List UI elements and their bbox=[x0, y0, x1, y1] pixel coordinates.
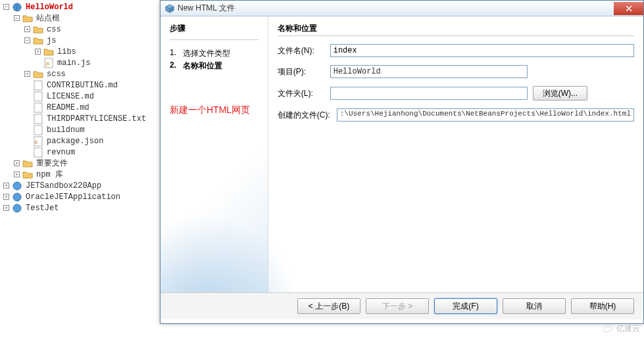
tree-file-contributing[interactable]: CONTRIBUTING.md bbox=[3, 79, 158, 91]
project-tree: − HelloWorld − 站点根 + css − js + libs js … bbox=[0, 0, 158, 213]
expand-icon[interactable]: + bbox=[3, 193, 10, 200]
form-panel: 名称和位置 文件名(N): 项目(P): 文件夹(L): 浏览(W)... 创建… bbox=[268, 16, 643, 292]
help-button[interactable]: 帮助(H) bbox=[571, 298, 634, 314]
step-label: 选择文件类型 bbox=[183, 48, 230, 59]
globe-icon bbox=[12, 181, 22, 191]
expand-icon[interactable]: + bbox=[3, 182, 10, 189]
next-button: 下一步 > bbox=[366, 298, 429, 314]
step-number: 1. bbox=[170, 48, 183, 59]
cube-icon bbox=[164, 3, 175, 14]
tree-label: css bbox=[45, 25, 62, 34]
dialog-footer: < 上一步(B) 下一步 > 完成(F) 取消 帮助(H) bbox=[161, 292, 643, 319]
expand-icon[interactable]: + bbox=[24, 70, 31, 78]
tree-folder-css[interactable]: + css bbox=[3, 24, 158, 35]
js-file-icon: js bbox=[43, 58, 54, 68]
tree-file-mainjs[interactable]: js main.js bbox=[3, 57, 158, 68]
project-label: 项目(P): bbox=[278, 66, 330, 78]
tree-project-jetsandbox[interactable]: + JETSandbox220App bbox=[3, 180, 158, 191]
svg-rect-4 bbox=[34, 92, 42, 101]
expand-icon[interactable]: + bbox=[13, 160, 20, 167]
tree-folder-js[interactable]: − js bbox=[3, 35, 158, 46]
file-icon bbox=[33, 91, 43, 102]
tree-file-packagejson[interactable]: {} package.json bbox=[3, 135, 158, 146]
browse-button[interactable]: 浏览(W)... bbox=[533, 86, 587, 101]
collapse-icon[interactable]: − bbox=[3, 3, 10, 11]
tree-file-readme[interactable]: README.md bbox=[3, 102, 158, 113]
tree-project-helloworld[interactable]: − HelloWorld bbox=[3, 1, 158, 12]
created-file-path: :\Users\Hejianhong\Documents\NetBeansPro… bbox=[337, 108, 634, 122]
dialog-title: New HTML 文件 bbox=[178, 3, 614, 14]
collapse-icon[interactable]: − bbox=[24, 37, 31, 44]
step-label: 名称和位置 bbox=[183, 60, 222, 72]
folder-icon bbox=[33, 69, 43, 79]
expand-icon[interactable]: + bbox=[24, 26, 31, 33]
file-icon bbox=[33, 114, 43, 124]
separator bbox=[170, 39, 259, 40]
folder-icon bbox=[22, 13, 33, 24]
tree-label: CONTRIBUTING.md bbox=[45, 81, 119, 90]
svg-rect-7 bbox=[34, 125, 42, 135]
tree-label: THIRDPARTYLICENSE.txt bbox=[45, 114, 147, 124]
tree-label: libs bbox=[56, 47, 78, 56]
step-1: 1. 选择文件类型 bbox=[170, 48, 259, 59]
new-html-file-dialog: New HTML 文件 步骤 1. 选择文件类型 2. 名称和位置 新建一个HT… bbox=[160, 0, 644, 324]
tree-folder-libs[interactable]: + libs bbox=[3, 46, 158, 57]
tree-project-testjet[interactable]: + TestJet bbox=[3, 202, 158, 213]
tree-label: OracleJETApplication bbox=[24, 192, 122, 202]
file-icon bbox=[33, 147, 43, 158]
cancel-button[interactable]: 取消 bbox=[503, 298, 566, 314]
filename-input[interactable] bbox=[330, 44, 634, 57]
file-icon bbox=[33, 80, 43, 91]
svg-rect-3 bbox=[34, 81, 42, 90]
tree-project-oraclejet[interactable]: + OracleJETApplication bbox=[3, 191, 158, 202]
step-2: 2. 名称和位置 bbox=[170, 60, 259, 72]
collapse-icon[interactable]: − bbox=[13, 14, 20, 22]
folder-icon bbox=[33, 24, 43, 35]
tree-label: TestJet bbox=[24, 204, 60, 213]
globe-icon bbox=[12, 203, 22, 213]
filename-label: 文件名(N): bbox=[278, 45, 330, 56]
tree-file-license[interactable]: LICENSE.md bbox=[3, 91, 158, 102]
json-file-icon: {} bbox=[33, 136, 43, 146]
dialog-titlebar[interactable]: New HTML 文件 bbox=[161, 1, 643, 16]
form-header: 名称和位置 bbox=[278, 23, 634, 34]
folder-icon bbox=[22, 158, 33, 169]
tree-label: js bbox=[45, 36, 57, 45]
tree-label: LICENSE.md bbox=[45, 92, 95, 101]
folder-label: 文件夹(L): bbox=[278, 88, 330, 99]
wizard-steps-panel: 步骤 1. 选择文件类型 2. 名称和位置 新建一个HTML网页 bbox=[161, 16, 268, 292]
folder-row: 文件夹(L): 浏览(W)... bbox=[278, 86, 634, 101]
svg-text:{}: {} bbox=[35, 140, 37, 144]
close-button[interactable] bbox=[614, 2, 643, 15]
globe-icon bbox=[12, 192, 22, 202]
expand-icon[interactable]: + bbox=[3, 204, 10, 212]
svg-point-13 bbox=[13, 204, 21, 212]
file-icon bbox=[33, 125, 43, 135]
tree-label: npm 库 bbox=[35, 169, 64, 180]
watermark: 亿速云 bbox=[602, 323, 640, 334]
tree-site-root[interactable]: − 站点根 bbox=[3, 12, 158, 24]
tree-label: JETSandbox220App bbox=[24, 181, 103, 191]
tree-npm-lib[interactable]: + npm 库 bbox=[3, 169, 158, 180]
back-button[interactable]: < 上一步(B) bbox=[297, 298, 360, 314]
steps-header: 步骤 bbox=[170, 23, 259, 34]
folder-input[interactable] bbox=[330, 87, 528, 100]
expand-icon[interactable]: + bbox=[13, 171, 20, 178]
tree-label: 站点根 bbox=[35, 12, 61, 24]
tree-label: buildnum bbox=[45, 125, 86, 135]
tree-label: revnum bbox=[45, 148, 76, 157]
tree-file-thirdparty[interactable]: THIRDPARTYLICENSE.txt bbox=[3, 113, 158, 124]
svg-rect-6 bbox=[34, 114, 42, 124]
tree-label: scss bbox=[45, 70, 67, 79]
dialog-body: 步骤 1. 选择文件类型 2. 名称和位置 新建一个HTML网页 名称和位置 文… bbox=[161, 16, 643, 292]
expand-icon[interactable]: + bbox=[34, 48, 41, 55]
tree-label: main.js bbox=[56, 58, 91, 68]
svg-point-11 bbox=[13, 182, 21, 190]
tree-file-buildnum[interactable]: buildnum bbox=[3, 124, 158, 135]
watermark-text: 亿速云 bbox=[616, 323, 640, 334]
tree-important-files[interactable]: + 重要文件 bbox=[3, 158, 158, 169]
tree-folder-scss[interactable]: + scss bbox=[3, 68, 158, 79]
finish-button[interactable]: 完成(F) bbox=[434, 298, 497, 314]
tree-file-revnum[interactable]: revnum bbox=[3, 146, 158, 158]
folder-icon bbox=[33, 35, 43, 46]
